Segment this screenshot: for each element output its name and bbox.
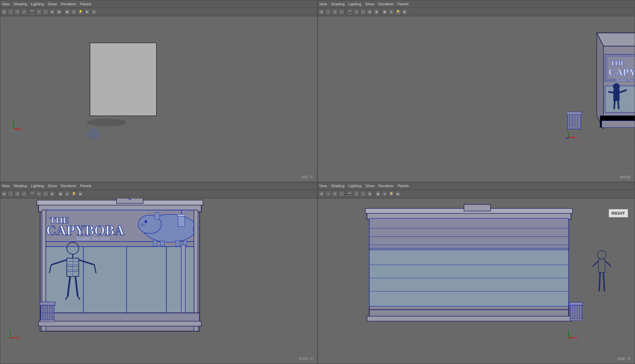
tb-bl-rotate[interactable]: ↺ bbox=[14, 191, 20, 197]
sep-tr2 bbox=[380, 9, 381, 15]
menu-show-tr[interactable]: Show bbox=[365, 2, 375, 6]
viewport-grid: View Shading Lighting Show Renderer Pane… bbox=[0, 0, 635, 364]
svg-rect-34 bbox=[613, 89, 619, 101]
menu-lighting[interactable]: Lighting bbox=[31, 2, 44, 6]
svg-rect-145 bbox=[569, 319, 582, 320]
viewport-bottom-left[interactable]: View Shading Lighting Show Renderer Pane… bbox=[0, 182, 318, 364]
viewport-top-left[interactable]: View Shading Lighting Show Renderer Pane… bbox=[0, 0, 318, 182]
menu-view[interactable]: View bbox=[2, 2, 10, 6]
svg-text:Y: Y bbox=[567, 328, 569, 331]
svg-line-36 bbox=[608, 92, 613, 93]
menu-renderer[interactable]: Renderer bbox=[61, 2, 76, 6]
tb-br-cube[interactable]: ▣ bbox=[375, 191, 381, 197]
tb-bl-select[interactable]: ⊞ bbox=[1, 191, 7, 197]
label-bottom-left: front -Z bbox=[299, 356, 313, 361]
tb-br-scale[interactable]: ⤢ bbox=[338, 191, 344, 197]
menu-lighting-bl[interactable]: Lighting bbox=[31, 184, 44, 188]
menu-view-tr[interactable]: View bbox=[319, 2, 327, 6]
tb-tr-cam[interactable]: 📷 bbox=[347, 9, 353, 15]
menu-bar-top-right: View Shading Lighting Show Renderer Pane… bbox=[318, 0, 635, 8]
tb-wire[interactable]: □ bbox=[43, 9, 49, 15]
menu-view-br[interactable]: View bbox=[319, 184, 327, 188]
menu-view-bl[interactable]: View bbox=[2, 184, 10, 188]
tb-move[interactable]: ↔ bbox=[8, 9, 14, 15]
tb-tr-select[interactable]: ⊞ bbox=[318, 9, 324, 15]
tb-tr-sphere[interactable]: ● bbox=[388, 9, 394, 15]
tb-br-shade[interactable]: ■ bbox=[367, 191, 373, 197]
tb-shade[interactable]: ■ bbox=[49, 9, 55, 15]
tb-br-cam[interactable]: 📷 bbox=[347, 191, 353, 197]
menu-shading[interactable]: Shading bbox=[14, 2, 27, 6]
tb-bl-cam[interactable]: 📷 bbox=[29, 191, 35, 197]
menu-lighting-br[interactable]: Lighting bbox=[348, 184, 361, 188]
tb-snap[interactable]: ⊕ bbox=[91, 9, 97, 15]
svg-rect-123 bbox=[369, 218, 569, 248]
svg-rect-103 bbox=[39, 321, 201, 326]
tb-light[interactable]: 💡 bbox=[78, 9, 84, 15]
tb-tr-wire[interactable]: □ bbox=[360, 9, 366, 15]
sep-bl2 bbox=[56, 191, 57, 196]
svg-rect-30 bbox=[605, 86, 635, 113]
tb-bl-shade[interactable]: ■ bbox=[49, 191, 55, 197]
menu-panels-tr[interactable]: Panels bbox=[398, 2, 409, 6]
tb-bl-cube[interactable]: ▣ bbox=[58, 191, 64, 197]
tb-tr-cube[interactable]: ▣ bbox=[382, 9, 388, 15]
tb-sphere[interactable]: ● bbox=[71, 9, 77, 15]
tb-br-select[interactable]: ⊞ bbox=[318, 191, 324, 197]
tb-br-move[interactable]: ↔ bbox=[325, 191, 331, 197]
svg-rect-75 bbox=[178, 215, 185, 226]
toolbar-bottom-left: ⊞ ↔ ↺ ⤢ 📷 # □ ■ ▣ ● 💡 ▶ bbox=[0, 190, 317, 198]
menu-show-br[interactable]: Show bbox=[365, 184, 375, 188]
menu-show[interactable]: Show bbox=[48, 2, 57, 6]
tb-rotate[interactable]: ↺ bbox=[14, 9, 20, 15]
tb-cube[interactable]: ▣ bbox=[64, 9, 70, 15]
menu-panels-bl[interactable]: Panels bbox=[80, 184, 92, 188]
tb-tr-grid[interactable]: # bbox=[353, 9, 359, 15]
menu-shading-bl[interactable]: Shading bbox=[14, 184, 27, 188]
menu-shading-br[interactable]: Shading bbox=[331, 184, 344, 188]
tb-br-wire[interactable]: □ bbox=[360, 191, 366, 197]
tb-render[interactable]: ▶ bbox=[84, 9, 90, 15]
right-badge: RIGHT bbox=[609, 209, 628, 217]
tb-br-light[interactable]: 💡 bbox=[388, 191, 394, 197]
tb-tr-light[interactable]: 💡 bbox=[395, 9, 401, 15]
menu-panels-br[interactable]: Panels bbox=[398, 184, 409, 188]
menu-renderer-tr[interactable]: Renderer bbox=[378, 2, 394, 6]
viewport-bottom-right[interactable]: View Shading Lighting Show Renderer Pane… bbox=[318, 182, 635, 364]
tb-bl-light[interactable]: 💡 bbox=[71, 191, 77, 197]
svg-rect-139 bbox=[570, 304, 582, 319]
tb-br-sphere[interactable]: ● bbox=[382, 191, 388, 197]
tb-bl-render[interactable]: ▶ bbox=[78, 191, 84, 197]
tb-br-rotate[interactable]: ↺ bbox=[332, 191, 338, 197]
tb-select[interactable]: ⊞ bbox=[1, 9, 7, 15]
tb-grid[interactable]: # bbox=[36, 9, 42, 15]
menu-shading-tr[interactable]: Shading bbox=[331, 2, 344, 6]
svg-text:Y: Y bbox=[9, 328, 11, 331]
viewport-top-right[interactable]: View Shading Lighting Show Renderer Pane… bbox=[318, 0, 635, 182]
tb-br-grid[interactable]: # bbox=[353, 191, 359, 197]
tb-bl-wire[interactable]: □ bbox=[43, 191, 49, 197]
svg-rect-84 bbox=[181, 245, 185, 313]
tb-bl-scale[interactable]: ⤢ bbox=[21, 191, 27, 197]
viewport-bottom-right-svg: X Y bbox=[318, 198, 635, 348]
tb-tr-smooth[interactable]: ◉ bbox=[373, 9, 379, 15]
menu-renderer-br[interactable]: Renderer bbox=[378, 184, 394, 188]
svg-text:x: x bbox=[576, 137, 577, 139]
menu-renderer-bl[interactable]: Renderer bbox=[61, 184, 76, 188]
tb-bl-grid[interactable]: # bbox=[36, 191, 42, 197]
tb-tr-rotate[interactable]: ↺ bbox=[332, 9, 338, 15]
tb-tr-render[interactable]: ▶ bbox=[402, 9, 408, 15]
tb-cam[interactable]: 📷 bbox=[29, 9, 35, 15]
tb-tr-scale[interactable]: ⤢ bbox=[338, 9, 344, 15]
tb-scale[interactable]: ⤢ bbox=[21, 9, 27, 15]
tb-bl-sphere[interactable]: ● bbox=[64, 191, 70, 197]
tb-bl-move[interactable]: ↔ bbox=[8, 191, 14, 197]
tb-smooth[interactable]: ◉ bbox=[56, 9, 62, 15]
menu-show-bl[interactable]: Show bbox=[48, 184, 57, 188]
viewport-top-right-svg: THE CAPYBOBA Bubble Tea Shop bbox=[318, 16, 635, 139]
tb-tr-shade[interactable]: ■ bbox=[367, 9, 373, 15]
tb-tr-move[interactable]: ↔ bbox=[325, 9, 331, 15]
menu-lighting-tr[interactable]: Lighting bbox=[348, 2, 361, 6]
menu-panels[interactable]: Panels bbox=[80, 2, 92, 6]
tb-br-render[interactable]: ▶ bbox=[395, 191, 401, 197]
